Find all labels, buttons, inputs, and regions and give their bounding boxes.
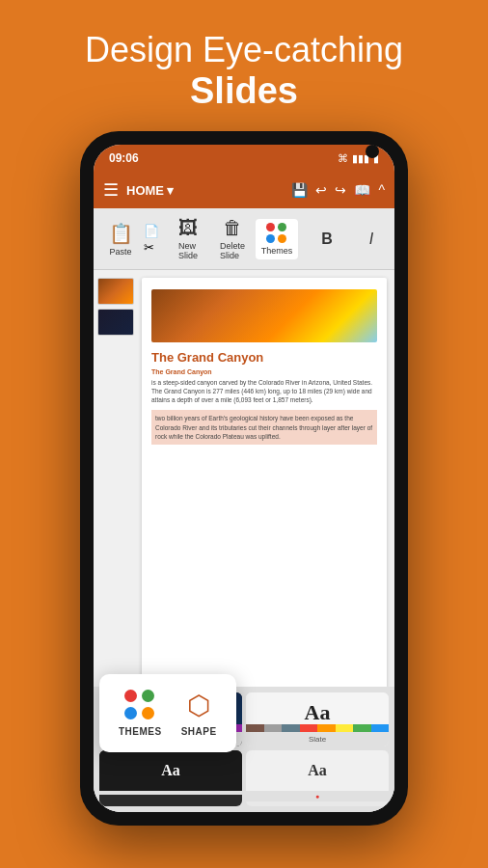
- save-icon[interactable]: 💾: [291, 182, 308, 198]
- phone-shell: 09:06 ⌘ ▮▮▮ ▮ ☰ HOME ▾ 💾 ↩ ↪ 📖 ^: [80, 131, 408, 826]
- ribbon-delete-slide[interactable]: 🗑 DeleteSlide: [211, 213, 254, 264]
- popup-shape-label: SHAPE: [181, 726, 217, 737]
- dark-theme-preview: Aa: [99, 750, 242, 791]
- dot-orange: [142, 707, 154, 719]
- headline-line1: Design Eye-catching: [85, 29, 403, 70]
- slide-body-text: is a steep-sided canyon carved by the Co…: [151, 378, 377, 404]
- ribbon-bold[interactable]: B: [306, 227, 348, 252]
- italic-label: I: [369, 231, 373, 248]
- delete-slide-label: DeleteSlide: [220, 241, 245, 260]
- slide-intro: The Grand Canyon: [151, 368, 377, 375]
- toolbar-title-text: HOME: [126, 183, 164, 198]
- ribbon-paste[interactable]: 📋 Paste: [99, 218, 142, 260]
- book-icon[interactable]: 📖: [354, 182, 370, 198]
- popup-themes-item[interactable]: THEMES: [119, 690, 162, 737]
- slate-aa: Aa: [305, 700, 331, 725]
- app-toolbar: ☰ HOME ▾ 💾 ↩ ↪ 📖 ^: [94, 172, 394, 208]
- light-theme-preview: Aa: [246, 750, 389, 791]
- cut-icon[interactable]: ✂: [144, 240, 159, 255]
- slide-highlight-text: two billion years of Earth's geological …: [151, 410, 377, 444]
- paste-label: Paste: [109, 247, 131, 257]
- toolbar-title-group[interactable]: HOME ▾: [126, 183, 174, 198]
- dot-red: [124, 690, 137, 702]
- theme-card-slate[interactable]: Aa: [246, 692, 389, 746]
- ribbon-bar: 📋 Paste 📄 ✂ 🖼 NewSlide 🗑 DeleteSlide: [94, 208, 394, 270]
- new-slide-label: NewSlide: [178, 241, 198, 260]
- theme-card-dark-bottom[interactable]: Aa: [99, 750, 242, 806]
- shape-icon: ⬡: [183, 690, 214, 720]
- toolbar-dropdown-arrow: ▾: [167, 183, 174, 198]
- slide-background-image: [151, 289, 377, 342]
- undo-icon[interactable]: ↩: [315, 182, 327, 198]
- ribbon-themes[interactable]: Themes: [256, 219, 298, 259]
- headline-line2: Slides: [85, 70, 403, 112]
- paste-icon: 📋: [109, 222, 133, 245]
- delete-slide-icon: 🗑: [223, 217, 242, 239]
- status-bar: 09:06 ⌘ ▮▮▮ ▮: [94, 145, 394, 172]
- slide-title-part2: Canyon: [218, 350, 264, 365]
- ribbon-italic[interactable]: I: [350, 227, 393, 252]
- phone-screen: 09:06 ⌘ ▮▮▮ ▮ ☰ HOME ▾ 💾 ↩ ↪ 📖 ^: [94, 145, 394, 812]
- themes-shape-popup: THEMES ⬡ SHAPE: [99, 674, 236, 752]
- slate-preview: Aa: [246, 692, 389, 732]
- light-theme-label: ●: [246, 791, 389, 801]
- copy-icon[interactable]: 📄: [144, 224, 159, 238]
- theme-card-light-bottom[interactable]: Aa ●: [246, 750, 389, 806]
- toolbar-actions: 💾 ↩ ↪ 📖 ^: [291, 182, 385, 198]
- themes-icon: [124, 690, 155, 720]
- themes-dots-icon: [266, 223, 287, 244]
- new-slide-icon: 🖼: [178, 217, 198, 239]
- slide-thumb-2[interactable]: [97, 309, 134, 336]
- redo-icon[interactable]: ↪: [335, 182, 346, 198]
- dot-green: [142, 690, 154, 702]
- dark-theme-aa: Aa: [161, 762, 180, 779]
- slate-colorbar: [246, 724, 389, 732]
- status-time: 09:06: [109, 151, 139, 165]
- slide-title-part1: The Grand: [151, 350, 218, 365]
- ribbon-new-slide[interactable]: 🖼 NewSlide: [167, 213, 209, 264]
- wifi-icon: ⌘: [338, 152, 348, 165]
- slide-editing-area: The Grand Canyon The Grand Canyon is a s…: [94, 270, 394, 812]
- dark-theme-label: [99, 791, 242, 795]
- popup-shape-item[interactable]: ⬡ SHAPE: [181, 690, 217, 737]
- slide-thumb-1[interactable]: [97, 278, 134, 305]
- bold-label: B: [321, 231, 333, 248]
- slide-title: The Grand Canyon: [151, 350, 377, 365]
- collapse-icon[interactable]: ^: [378, 182, 385, 198]
- hamburger-icon[interactable]: ☰: [103, 179, 119, 201]
- themes-label: Themes: [261, 246, 293, 256]
- slate-label: Slate: [246, 732, 389, 746]
- popup-themes-label: THEMES: [119, 726, 162, 737]
- headline-section: Design Eye-catching Slides: [66, 0, 422, 131]
- slide-panel: [97, 278, 138, 336]
- light-theme-aa: Aa: [308, 762, 327, 779]
- dot-blue: [124, 707, 137, 719]
